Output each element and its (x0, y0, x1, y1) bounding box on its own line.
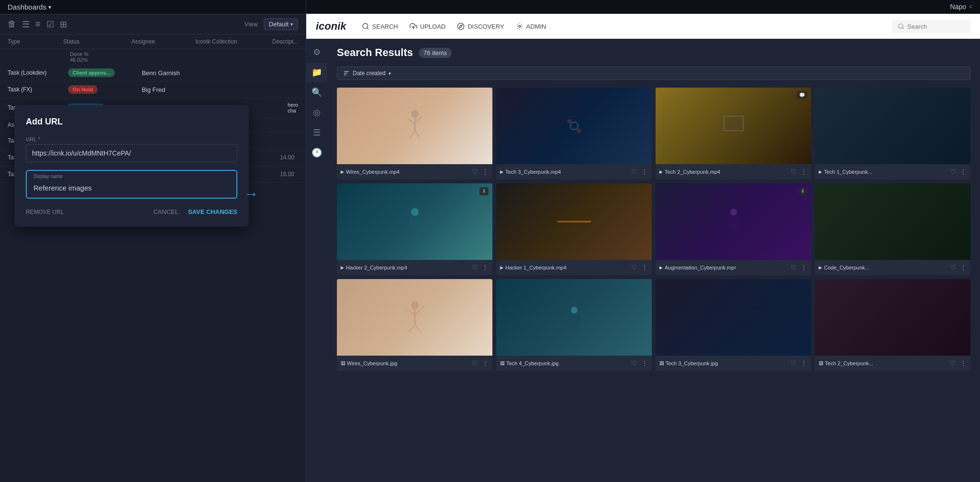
media-grid-row-3: 🖼 Wires_Cyberpunk.jpg ♡ ⋮ (337, 279, 970, 371)
svg-point-6 (899, 24, 903, 28)
row-status: On Hold (68, 85, 142, 94)
media-info: ▶ Hacker 1_Cyberpunk.mp4 ♡ ⋮ (496, 260, 652, 275)
favorite-button[interactable]: ♡ (950, 168, 956, 176)
sidebar-list-icon[interactable]: ☰ (306, 123, 327, 142)
more-button[interactable]: ⋮ (482, 168, 489, 176)
list-alt-icon[interactable]: ≡ (35, 19, 41, 29)
media-actions: ♡ ⋮ (791, 264, 807, 271)
cancel-button[interactable]: CANCEL (153, 208, 178, 215)
toolbar: 🗑 ☰ ≡ ☑ ⊞ View Default (0, 14, 306, 34)
media-item[interactable]: ▶ Tech 1_Cyberpunk... ♡ ⋮ (815, 88, 970, 179)
sort-button[interactable]: Date created (337, 67, 970, 80)
nav-search[interactable]: SEARCH (362, 22, 398, 30)
display-name-form-group: Display name (26, 170, 237, 199)
table-header: Type Status Assignee Iconik Collection D… (0, 34, 306, 49)
favorite-button[interactable]: ♡ (472, 168, 478, 176)
sort-label: Date created (353, 70, 386, 77)
table-row[interactable]: Task (Lookdev) Client approv... Benn Gar… (0, 65, 306, 81)
nav-admin-label: ADMIN (526, 23, 546, 30)
svg-point-18 (568, 119, 571, 123)
favorite-button[interactable]: ♡ (631, 168, 637, 176)
more-button[interactable]: ⋮ (960, 168, 967, 176)
media-actions: ♡ ⋮ (950, 264, 967, 271)
more-button[interactable]: ⋮ (641, 264, 648, 271)
iconik-sidebar: ⚙ 📁 🔍 ◎ ☰ 🕐 (306, 39, 327, 482)
svg-line-7 (902, 28, 904, 29)
nav-search-box[interactable] (892, 20, 970, 33)
sidebar-filter-icon[interactable]: ⚙ (306, 43, 327, 62)
media-thumbnail (337, 279, 492, 356)
url-form-group: URL * (26, 136, 237, 162)
url-label: URL * (26, 136, 237, 142)
svg-point-25 (411, 302, 419, 309)
media-grid-row-2: ⬇ ▶ Hacker 2_Cyberpunk.mp4 ♡ ⋮ (337, 183, 970, 275)
url-input[interactable] (26, 144, 237, 162)
media-item[interactable]: 🖼 Tech 2_Cyberpunk... ♡ ⋮ (815, 279, 970, 371)
row-type: Task (Lookdev) (8, 69, 68, 76)
favorite-button[interactable]: ♡ (791, 264, 797, 271)
media-item[interactable]: 💬 ▶ Tech 2_Cyberpunk.mp4 ♡ ⋮ (656, 88, 811, 179)
favorite-button[interactable]: ♡ (791, 168, 797, 176)
checklist-icon[interactable]: ☑ (46, 19, 54, 30)
status-badge: Client approv... (68, 68, 115, 77)
more-button[interactable]: ⋮ (482, 359, 489, 367)
remove-url-button[interactable]: REMOVE URL (26, 209, 64, 215)
more-button[interactable]: ⋮ (960, 264, 967, 271)
media-info: 🖼 Wires_Cyberpunk.jpg ♡ ⋮ (337, 356, 492, 371)
media-actions: ♡ ⋮ (472, 168, 489, 176)
favorite-button[interactable]: ♡ (631, 359, 637, 367)
media-info: ▶ Wires_Cyberpunk.mp4 ♡ ⋮ (337, 164, 492, 179)
view-label: View (245, 21, 258, 28)
media-actions: ♡ ⋮ (472, 359, 489, 367)
more-button[interactable]: ⋮ (801, 264, 807, 271)
media-item[interactable]: ⬇ ▶ Augmentation_Cyberpunk.mp4 ♡ ⋮ (656, 183, 811, 275)
col-collection-header: Iconik Collection (195, 38, 272, 45)
favorite-button[interactable]: ♡ (950, 359, 956, 367)
favorite-button[interactable]: ♡ (472, 359, 478, 367)
display-name-input[interactable] (28, 181, 235, 197)
media-item[interactable]: ▶ Wires_Cyberpunk.mp4 ♡ ⋮ (337, 88, 492, 179)
sidebar-collection-icon[interactable]: 📁 (306, 63, 327, 82)
dashboards-button[interactable]: Dashboards (8, 3, 51, 11)
media-item[interactable]: ▶ Hacker 1_Cyberpunk.mp4 ♡ ⋮ (496, 183, 652, 275)
nav-discovery[interactable]: DISCOVERY (457, 22, 504, 30)
nav-upload[interactable]: UPLOAD (410, 22, 445, 30)
nav-admin[interactable]: ADMIN (516, 22, 546, 30)
col-assignee-header: Assignee (132, 38, 196, 45)
media-thumbnail (815, 183, 970, 260)
more-button[interactable]: ⋮ (960, 359, 967, 367)
more-button[interactable]: ⋮ (641, 359, 648, 367)
favorite-button[interactable]: ♡ (631, 264, 637, 271)
sidebar-clock-icon[interactable]: 🕐 (306, 143, 327, 162)
media-thumbnail (496, 279, 652, 356)
svg-point-0 (363, 23, 368, 29)
media-item[interactable]: 🖼 Tech 4_Cyberpunk.jpg ♡ ⋮ (496, 279, 652, 371)
nav-search-input[interactable] (907, 23, 965, 30)
right-content: ⚙ 📁 🔍 ◎ ☰ 🕐 Search Results 76 items Date… (306, 39, 980, 482)
media-item[interactable]: ▶ Tech 3_Cyberpunk.mp4 ♡ ⋮ (496, 88, 652, 179)
media-item[interactable]: ⬇ ▶ Hacker 2_Cyberpunk.mp4 ♡ ⋮ (337, 183, 492, 275)
more-button[interactable]: ⋮ (801, 359, 807, 367)
col-type-header: Type (8, 38, 63, 45)
favorite-button[interactable]: ♡ (472, 264, 478, 271)
more-button[interactable]: ⋮ (641, 168, 648, 176)
sidebar-search-icon[interactable]: 🔍 (306, 83, 327, 102)
favorite-button[interactable]: ♡ (950, 264, 956, 271)
delete-icon[interactable]: 🗑 (8, 19, 16, 29)
svg-point-22 (411, 208, 419, 216)
sidebar-compass-icon[interactable]: ◎ (306, 103, 327, 122)
table-row[interactable]: Task (FX) On Hold Big Fred (0, 81, 306, 98)
media-item[interactable]: ▶ Code_Cyberpunk... ♡ ⋮ (815, 183, 970, 275)
svg-line-13 (408, 119, 415, 123)
search-results-header: Search Results 76 items (337, 46, 970, 59)
view-select[interactable]: Default (264, 18, 298, 30)
save-changes-button[interactable]: SAVE CHANGES (188, 208, 237, 215)
media-item[interactable]: 🖼 Tech 3_Cyberpunk.jpg ♡ ⋮ (656, 279, 811, 371)
media-item[interactable]: 🖼 Wires_Cyberpunk.jpg ♡ ⋮ (337, 279, 492, 371)
grid-icon[interactable]: ⊞ (60, 19, 67, 30)
media-name: ▶ Tech 1_Cyberpunk... (819, 169, 872, 175)
more-button[interactable]: ⋮ (482, 264, 489, 271)
favorite-button[interactable]: ♡ (791, 359, 797, 367)
more-button[interactable]: ⋮ (801, 168, 807, 176)
list-icon[interactable]: ☰ (22, 19, 30, 30)
